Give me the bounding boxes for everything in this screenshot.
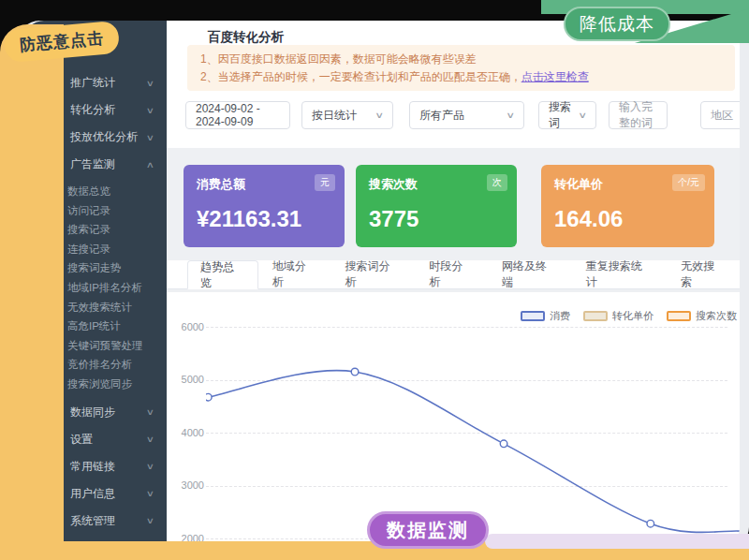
data-point-marker	[647, 520, 654, 527]
data-point-marker	[351, 368, 359, 376]
filter-bar: 2024-09-02 - 2024-09-09 按日统计 ∨ 所有产品 ∨ 搜索…	[185, 101, 740, 129]
chevron-down-icon: ∨	[146, 489, 154, 498]
tab-trend-overview[interactable]: 趋势总览	[187, 260, 258, 289]
chevron-down-icon: ∨	[146, 516, 154, 525]
chevron-down-icon: ∨	[579, 111, 588, 120]
chevron-down-icon: ∨	[146, 79, 154, 88]
dashboard-window: ▤ 推广统计 ∨ ▥ 转化分析 ∨ ◇ 投放优化分析 ∨ ◎ 广告监测 ∧ 数据…	[23, 21, 740, 548]
chevron-down-icon: ∨	[507, 111, 516, 120]
sidebar-item-label: 用户信息	[70, 486, 115, 502]
reduce-cost-badge: 降低成本	[564, 7, 670, 41]
tab-repeat-search-stats[interactable]: 重复搜索统计	[572, 260, 668, 288]
chevron-down-icon: ∨	[146, 407, 154, 417]
word-search-input[interactable]: 输入完整的词	[609, 101, 668, 129]
tab-invalid-search[interactable]: 无效搜索	[667, 260, 740, 288]
date-range-input[interactable]: 2024-09-02 - 2024-09-09	[185, 101, 290, 129]
sidebar-item-label: 设置	[70, 432, 93, 448]
legend-item[interactable]: 转化单价	[583, 309, 654, 323]
sidebar-item-label: 投放优化分析	[70, 129, 138, 145]
chevron-down-icon: ∨	[146, 435, 154, 444]
stat-card: 消费总额 元 ¥21163.31	[184, 165, 345, 247]
stat-unit-badge: 元	[315, 174, 335, 191]
sidebar-item-label: 系统管理	[70, 513, 115, 529]
lavender-strip	[485, 534, 749, 549]
y-axis-tick: 6000	[167, 321, 204, 332]
product-select[interactable]: 所有产品 ∨	[409, 101, 524, 129]
notice-line-1: 1、因百度接口数据返回因素，数据可能会略微有些误差	[200, 51, 722, 68]
stat-unit-badge: 个/元	[672, 174, 705, 191]
legend-item[interactable]: 搜索次数	[667, 309, 737, 323]
data-point-marker	[206, 393, 212, 401]
sidebar-item-label: 广告监测	[70, 156, 115, 172]
group-by-select[interactable]: 按日统计 ∨	[301, 101, 393, 129]
trend-line-chart	[206, 327, 740, 538]
data-monitoring-badge: 数据监测	[367, 511, 489, 549]
chevron-down-icon: ∨	[146, 462, 154, 471]
legend-item[interactable]: 消费	[521, 309, 570, 323]
y-axis-tick: 4000	[167, 427, 204, 438]
trend-chart-card: 消费 转化单价 搜索次数 6000 5000 4000 3000 20	[167, 292, 740, 548]
region-input[interactable]: 地区	[700, 101, 740, 129]
sidebar-item-label: 转化分析	[70, 102, 115, 118]
sidebar-item-label: 常用链接	[70, 459, 115, 475]
stat-card: 搜索次数 次 3775	[356, 165, 517, 247]
stat-value: ¥21163.31	[197, 206, 301, 232]
stat-cards-row: 消费总额 元 ¥21163.31 搜索次数 次 3775 转化单价 个/元 16…	[167, 165, 740, 247]
stat-label: 搜索次数	[369, 176, 504, 193]
chevron-up-icon: ∧	[146, 160, 154, 169]
word-type-select[interactable]: 搜索词 ∨	[538, 101, 596, 129]
data-point-marker	[500, 440, 507, 448]
y-axis-tick: 3000	[167, 479, 204, 491]
main-content: 百度转化分析 1、因百度接口数据返回因素，数据可能会略微有些误差 2、当选择产品…	[167, 21, 740, 548]
stat-card: 转化单价 个/元 164.06	[541, 165, 714, 247]
stat-value: 164.06	[554, 206, 623, 232]
chevron-down-icon: ∨	[375, 111, 385, 120]
sidebar-item-label: 数据同步	[70, 405, 115, 420]
chart-tabs: 趋势总览 地域分析 搜索词分析 时段分析 网络及终端 重复搜索统计 无效搜索	[167, 260, 740, 289]
page-title: 百度转化分析	[208, 29, 284, 46]
yellow-frame-left	[0, 24, 64, 560]
chart-legend: 消费 转化单价 搜索次数	[521, 309, 740, 323]
legend-swatch	[667, 311, 691, 321]
notice-line-2: 2、当选择产品的时候，一定要检查计划和产品的匹配是否正确，点击这里检查	[200, 68, 722, 86]
stat-value: 3775	[369, 206, 419, 232]
tab-search-word-analysis[interactable]: 搜索词分析	[331, 260, 416, 288]
chevron-down-icon: ∨	[146, 133, 154, 142]
chevron-down-icon: ∨	[146, 106, 154, 115]
y-axis-tick: 5000	[167, 374, 204, 385]
tab-region-analysis[interactable]: 地域分析	[258, 260, 331, 288]
check-here-link[interactable]: 点击这里检查	[521, 70, 589, 83]
tab-network-terminal[interactable]: 网络及终端	[488, 260, 572, 288]
sidebar-item-label: 推广统计	[70, 75, 115, 91]
legend-swatch	[583, 311, 608, 321]
stat-label: 消费总额	[197, 176, 331, 193]
notice-box: 1、因百度接口数据返回因素，数据可能会略微有些误差 2、当选择产品的时候，一定要…	[187, 45, 735, 91]
stat-unit-badge: 次	[487, 174, 507, 191]
legend-swatch	[521, 311, 545, 321]
tab-time-period-analysis[interactable]: 时段分析	[415, 260, 488, 288]
